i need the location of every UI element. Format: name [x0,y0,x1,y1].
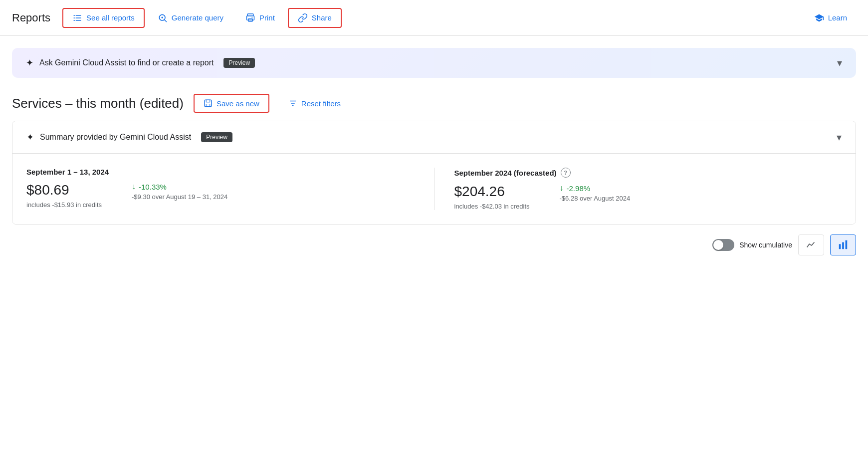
svg-rect-15 [206,104,210,107]
query-icon [158,13,168,23]
save-as-new-label: Save as new [217,99,259,108]
summary-chevron-icon: ▾ [837,131,842,143]
save-as-new-button[interactable]: Save as new [194,94,269,113]
toggle-thumb [713,240,723,250]
summary-card-header-left: ✦ Summary provided by Gemini Cloud Assis… [26,132,232,143]
list-icon [72,13,82,23]
save-icon [204,99,213,108]
svg-rect-0 [74,15,75,16]
svg-rect-20 [842,242,844,249]
summary-credits-2: includes -$42.03 in credits [454,203,530,210]
svg-rect-4 [74,20,75,21]
svg-rect-13 [205,100,212,107]
svg-rect-5 [76,20,81,21]
info-icon[interactable]: ? [561,168,571,178]
filter-icon [288,99,297,108]
show-cumulative-label: Show cumulative [739,241,792,249]
summary-amount-2: $204.26 [454,184,530,200]
report-header: Services – this month (edited) Save as n… [0,78,868,121]
summary-change-detail-1: -$9.30 over August 19 – 31, 2024 [132,193,227,201]
generate-query-label: Generate query [172,13,223,22]
summary-card-body: September 1 – 13, 2024 $80.69 includes -… [12,154,856,224]
gemini-preview-badge: Preview [223,58,255,68]
summary-period-2-text: September 2024 (forecasted) [454,169,557,177]
summary-card: ✦ Summary provided by Gemini Cloud Assis… [12,121,856,225]
summary-col-1: September 1 – 13, 2024 $80.69 includes -… [26,168,434,210]
see-all-reports-button[interactable]: See all reports [62,8,145,28]
show-cumulative-control: Show cumulative [712,239,792,251]
svg-rect-3 [76,17,81,18]
reset-filters-label: Reset filters [301,99,341,108]
summary-amount-1: $80.69 [26,182,102,198]
sparkle-icon: ✦ [26,57,33,68]
generate-query-button[interactable]: Generate query [149,9,232,27]
learn-button[interactable]: Learn [805,9,856,27]
summary-col-2: September 2024 (forecasted) ? $204.26 in… [434,168,842,210]
print-button[interactable]: Print [236,9,284,27]
sparkle-icon-2: ✦ [26,132,34,143]
top-nav: Reports See all reports Generate query P… [0,0,868,36]
summary-period-2: September 2024 (forecasted) ? [454,168,842,178]
learn-label: Learn [828,13,847,22]
summary-col1-left: $80.69 includes -$15.93 in credits [26,182,102,209]
svg-rect-10 [247,15,254,19]
bar-chart-button[interactable] [830,234,856,255]
summary-change-1: ↓ -10.33% [132,182,227,191]
show-cumulative-toggle[interactable] [712,239,734,251]
svg-rect-1 [76,15,81,16]
reset-filters-button[interactable]: Reset filters [279,95,350,112]
share-icon [298,13,308,23]
line-chart-icon [806,239,817,250]
report-title: Services – this month (edited) [12,96,184,111]
summary-credits-1: includes -$15.93 in credits [26,201,102,209]
svg-rect-21 [846,240,848,249]
svg-line-7 [165,19,167,21]
share-button[interactable]: Share [288,8,342,28]
page-title: Reports [12,11,50,24]
share-label: Share [312,13,332,22]
line-chart-button[interactable] [798,234,824,255]
svg-rect-19 [839,244,841,249]
gemini-banner-text: Ask Gemini Cloud Assist to find or creat… [39,58,214,67]
svg-rect-12 [252,16,253,17]
summary-period-1-text: September 1 – 13, 2024 [26,168,109,176]
summary-col2-right: ↓ -2.98% -$6.28 over August 2024 [560,184,631,202]
learn-icon [814,13,824,23]
gemini-banner-left: ✦ Ask Gemini Cloud Assist to find or cre… [26,57,255,68]
chevron-down-icon: ▾ [837,57,842,69]
summary-change-2: ↓ -2.98% [560,184,631,193]
print-label: Print [259,13,275,22]
svg-rect-2 [74,17,75,18]
gemini-banner[interactable]: ✦ Ask Gemini Cloud Assist to find or cre… [12,48,856,78]
summary-period-1: September 1 – 13, 2024 [26,168,414,176]
summary-change-pct-2: -2.98% [567,184,591,193]
summary-change-pct-1: -10.33% [139,183,167,191]
bar-chart-icon [838,239,849,250]
print-icon [245,13,255,23]
summary-col2-left: $204.26 includes -$42.03 in credits [454,184,530,210]
summary-card-title: Summary provided by Gemini Cloud Assist [40,133,191,142]
arrow-down-icon-2: ↓ [560,184,564,193]
see-all-reports-label: See all reports [86,13,135,22]
bottom-controls: Show cumulative [0,225,868,265]
arrow-down-icon-1: ↓ [132,182,136,191]
svg-point-8 [161,16,163,18]
summary-change-detail-2: -$6.28 over August 2024 [560,195,631,202]
summary-preview-badge: Preview [201,132,232,142]
summary-col1-right: ↓ -10.33% -$9.30 over August 19 – 31, 20… [132,182,227,201]
summary-card-header[interactable]: ✦ Summary provided by Gemini Cloud Assis… [12,121,856,153]
